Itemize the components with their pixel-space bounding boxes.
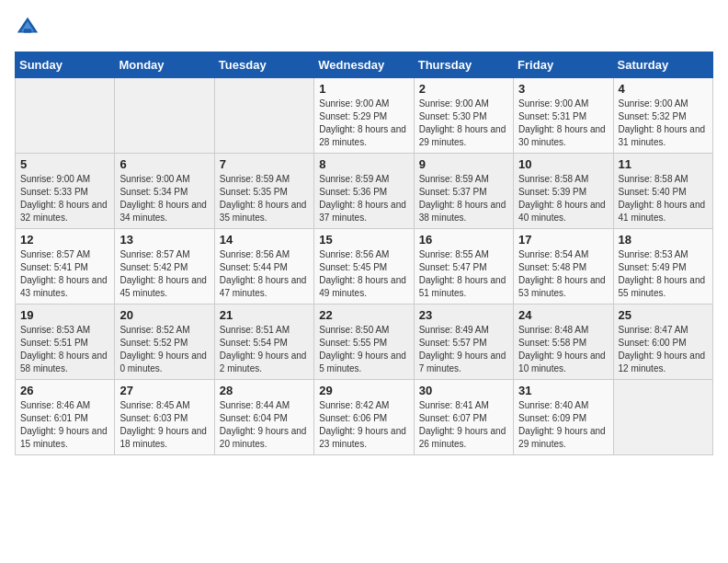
day-number: 28 — [220, 384, 309, 397]
day-info: Sunrise: 8:48 AM Sunset: 5:58 PM Dayligh… — [518, 324, 608, 375]
day-number: 27 — [119, 384, 209, 397]
day-number: 31 — [518, 384, 608, 397]
day-header-wednesday: Wednesday — [314, 52, 414, 78]
page-header — [15, 15, 713, 40]
calendar-cell: 6Sunrise: 9:00 AM Sunset: 5:34 PM Daylig… — [115, 154, 214, 229]
calendar-cell: 24Sunrise: 8:48 AM Sunset: 5:58 PM Dayli… — [514, 304, 613, 380]
day-info: Sunrise: 8:58 AM Sunset: 5:39 PM Dayligh… — [518, 173, 608, 224]
calendar-cell: 25Sunrise: 8:47 AM Sunset: 6:00 PM Dayli… — [613, 304, 712, 380]
day-number: 24 — [518, 308, 608, 322]
day-info: Sunrise: 8:53 AM Sunset: 5:51 PM Dayligh… — [20, 324, 109, 375]
day-number: 17 — [518, 233, 608, 247]
logo — [15, 15, 44, 40]
day-header-saturday: Saturday — [613, 52, 712, 78]
day-info: Sunrise: 9:00 AM Sunset: 5:31 PM Dayligh… — [518, 98, 608, 149]
calendar-cell — [16, 78, 115, 154]
day-info: Sunrise: 8:59 AM Sunset: 5:36 PM Dayligh… — [319, 173, 408, 224]
logo-icon — [15, 15, 40, 40]
day-header-thursday: Thursday — [414, 52, 513, 78]
day-header-tuesday: Tuesday — [214, 52, 313, 78]
day-info: Sunrise: 8:45 AM Sunset: 6:03 PM Dayligh… — [119, 399, 209, 451]
calendar-cell: 20Sunrise: 8:52 AM Sunset: 5:52 PM Dayli… — [115, 304, 214, 380]
day-number: 25 — [619, 308, 708, 322]
day-number: 5 — [20, 157, 109, 171]
calendar-cell: 3Sunrise: 9:00 AM Sunset: 5:31 PM Daylig… — [514, 78, 613, 154]
day-info: Sunrise: 8:44 AM Sunset: 6:04 PM Dayligh… — [220, 399, 309, 451]
day-number: 19 — [20, 308, 109, 322]
day-number: 7 — [220, 157, 309, 171]
day-info: Sunrise: 8:47 AM Sunset: 6:00 PM Dayligh… — [619, 324, 708, 375]
day-number: 13 — [119, 233, 209, 247]
calendar-cell: 10Sunrise: 8:58 AM Sunset: 5:39 PM Dayli… — [514, 154, 613, 229]
calendar-cell: 1Sunrise: 9:00 AM Sunset: 5:29 PM Daylig… — [314, 78, 414, 154]
calendar-table: SundayMondayTuesdayWednesdayThursdayFrid… — [15, 52, 713, 455]
calendar-cell: 28Sunrise: 8:44 AM Sunset: 6:04 PM Dayli… — [214, 380, 313, 455]
calendar-cell: 22Sunrise: 8:50 AM Sunset: 5:55 PM Dayli… — [314, 304, 414, 380]
day-number: 3 — [518, 82, 608, 96]
calendar-cell: 27Sunrise: 8:45 AM Sunset: 6:03 PM Dayli… — [115, 380, 214, 455]
day-number: 12 — [20, 233, 109, 247]
day-number: 23 — [419, 308, 508, 322]
day-info: Sunrise: 8:55 AM Sunset: 5:47 PM Dayligh… — [419, 248, 508, 300]
calendar-cell — [214, 78, 313, 154]
day-info: Sunrise: 8:42 AM Sunset: 6:06 PM Dayligh… — [319, 399, 408, 451]
calendar-week-5: 26Sunrise: 8:46 AM Sunset: 6:01 PM Dayli… — [16, 380, 713, 455]
day-info: Sunrise: 8:54 AM Sunset: 5:48 PM Dayligh… — [518, 248, 608, 300]
calendar-cell: 21Sunrise: 8:51 AM Sunset: 5:54 PM Dayli… — [214, 304, 313, 380]
calendar-cell: 17Sunrise: 8:54 AM Sunset: 5:48 PM Dayli… — [514, 229, 613, 304]
calendar-cell: 18Sunrise: 8:53 AM Sunset: 5:49 PM Dayli… — [613, 229, 712, 304]
day-info: Sunrise: 8:49 AM Sunset: 5:57 PM Dayligh… — [419, 324, 508, 375]
day-info: Sunrise: 8:57 AM Sunset: 5:42 PM Dayligh… — [119, 248, 209, 300]
day-info: Sunrise: 8:41 AM Sunset: 6:07 PM Dayligh… — [419, 399, 508, 451]
day-info: Sunrise: 8:59 AM Sunset: 5:35 PM Dayligh… — [220, 173, 309, 224]
day-header-monday: Monday — [115, 52, 214, 78]
day-number: 6 — [119, 157, 209, 171]
day-number: 2 — [419, 82, 508, 96]
calendar-week-4: 19Sunrise: 8:53 AM Sunset: 5:51 PM Dayli… — [16, 304, 713, 380]
calendar-cell: 13Sunrise: 8:57 AM Sunset: 5:42 PM Dayli… — [115, 229, 214, 304]
day-number: 11 — [619, 157, 708, 171]
day-info: Sunrise: 9:00 AM Sunset: 5:30 PM Dayligh… — [419, 98, 508, 149]
day-info: Sunrise: 8:51 AM Sunset: 5:54 PM Dayligh… — [220, 324, 309, 375]
day-info: Sunrise: 9:00 AM Sunset: 5:32 PM Dayligh… — [619, 98, 708, 149]
calendar-cell — [613, 380, 712, 455]
calendar-cell: 9Sunrise: 8:59 AM Sunset: 5:37 PM Daylig… — [414, 154, 513, 229]
calendar-cell: 26Sunrise: 8:46 AM Sunset: 6:01 PM Dayli… — [16, 380, 115, 455]
calendar-cell: 30Sunrise: 8:41 AM Sunset: 6:07 PM Dayli… — [414, 380, 513, 455]
calendar-cell: 19Sunrise: 8:53 AM Sunset: 5:51 PM Dayli… — [16, 304, 115, 380]
day-info: Sunrise: 9:00 AM Sunset: 5:29 PM Dayligh… — [319, 98, 408, 149]
day-info: Sunrise: 8:46 AM Sunset: 6:01 PM Dayligh… — [20, 399, 109, 451]
day-header-friday: Friday — [514, 52, 613, 78]
day-number: 16 — [419, 233, 508, 247]
day-info: Sunrise: 8:56 AM Sunset: 5:45 PM Dayligh… — [319, 248, 408, 300]
calendar-cell: 31Sunrise: 8:40 AM Sunset: 6:09 PM Dayli… — [514, 380, 613, 455]
calendar-cell: 23Sunrise: 8:49 AM Sunset: 5:57 PM Dayli… — [414, 304, 513, 380]
day-number: 22 — [319, 308, 408, 322]
day-info: Sunrise: 8:56 AM Sunset: 5:44 PM Dayligh… — [220, 248, 309, 300]
day-info: Sunrise: 8:53 AM Sunset: 5:49 PM Dayligh… — [619, 248, 708, 300]
day-number: 20 — [119, 308, 209, 322]
calendar-cell — [115, 78, 214, 154]
day-number: 14 — [220, 233, 309, 247]
calendar-cell: 2Sunrise: 9:00 AM Sunset: 5:30 PM Daylig… — [414, 78, 513, 154]
calendar-cell: 11Sunrise: 8:58 AM Sunset: 5:40 PM Dayli… — [613, 154, 712, 229]
day-info: Sunrise: 9:00 AM Sunset: 5:33 PM Dayligh… — [20, 173, 109, 224]
calendar-cell: 5Sunrise: 9:00 AM Sunset: 5:33 PM Daylig… — [16, 154, 115, 229]
day-number: 10 — [518, 157, 608, 171]
svg-rect-2 — [24, 29, 31, 32]
calendar-cell: 7Sunrise: 8:59 AM Sunset: 5:35 PM Daylig… — [214, 154, 313, 229]
calendar-cell: 4Sunrise: 9:00 AM Sunset: 5:32 PM Daylig… — [613, 78, 712, 154]
day-info: Sunrise: 8:50 AM Sunset: 5:55 PM Dayligh… — [319, 324, 408, 375]
day-number: 26 — [20, 384, 109, 397]
calendar-cell: 15Sunrise: 8:56 AM Sunset: 5:45 PM Dayli… — [314, 229, 414, 304]
day-header-sunday: Sunday — [16, 52, 115, 78]
day-info: Sunrise: 8:59 AM Sunset: 5:37 PM Dayligh… — [419, 173, 508, 224]
calendar-cell: 8Sunrise: 8:59 AM Sunset: 5:36 PM Daylig… — [314, 154, 414, 229]
calendar-cell: 16Sunrise: 8:55 AM Sunset: 5:47 PM Dayli… — [414, 229, 513, 304]
day-number: 21 — [220, 308, 309, 322]
calendar-cell: 12Sunrise: 8:57 AM Sunset: 5:41 PM Dayli… — [16, 229, 115, 304]
calendar-cell: 29Sunrise: 8:42 AM Sunset: 6:06 PM Dayli… — [314, 380, 414, 455]
day-info: Sunrise: 8:52 AM Sunset: 5:52 PM Dayligh… — [119, 324, 209, 375]
day-number: 29 — [319, 384, 408, 397]
day-number: 30 — [419, 384, 508, 397]
